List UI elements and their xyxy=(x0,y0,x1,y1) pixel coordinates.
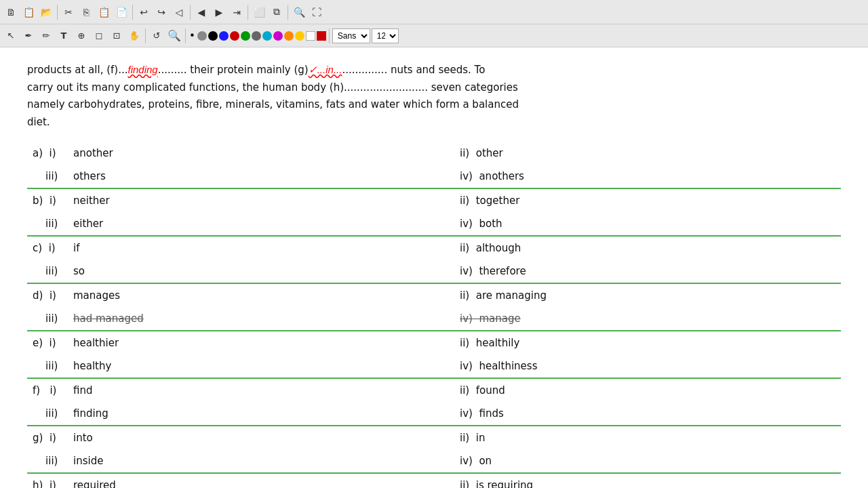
question-g-label: g) i) xyxy=(27,429,68,447)
question-a-group: a) i) another ii) other iii) others iv) … xyxy=(27,142,841,189)
nav-forward-icon[interactable]: ▶ xyxy=(211,4,227,20)
question-b-ii-option: ii) together xyxy=(454,192,841,209)
dot-small-icon[interactable]: • xyxy=(189,30,195,42)
color-magenta-icon[interactable] xyxy=(273,31,283,41)
question-c-iv-option: iv) therefore xyxy=(454,262,841,280)
question-d-ii-option: ii) are managing xyxy=(454,287,841,304)
color-cyan-icon[interactable] xyxy=(262,31,272,41)
toolbar-top: 🗎 📋 📂 ✂ ⎘ 📋 📄 ↩ ↪ ◁ ◀ ▶ ⇥ ⬜ ⧉ 🔍 ⛶ xyxy=(0,0,868,24)
question-a-row1: a) i) another ii) other xyxy=(27,142,841,165)
question-g-row2: iii) inside iv) on xyxy=(27,449,841,472)
pencil-icon[interactable]: ✏ xyxy=(38,28,54,44)
separator xyxy=(248,5,248,20)
question-b-i-option: neither xyxy=(68,192,454,209)
color-yellow-icon[interactable] xyxy=(295,31,304,41)
zoom2-icon[interactable]: 🔍 xyxy=(166,28,182,44)
color-blue-icon[interactable] xyxy=(219,31,229,41)
separator xyxy=(288,5,288,20)
question-d-row2: iii) had managed iv) manage xyxy=(27,307,841,330)
separator xyxy=(132,5,133,20)
select2-icon[interactable]: ⊡ xyxy=(108,28,125,44)
question-c-i-option: if xyxy=(68,239,454,257)
stamp-icon[interactable]: ⊕ xyxy=(73,28,90,44)
question-a-iii-label: iii) xyxy=(27,167,68,185)
question-c-ii-option: ii) although xyxy=(454,239,841,257)
intro-line2: carry out its many complicated functions… xyxy=(27,81,518,94)
question-h-row1: h) i) required ii) is requiring xyxy=(27,474,841,488)
undo-icon[interactable]: ↩ xyxy=(136,4,152,20)
open-icon[interactable]: 📂 xyxy=(38,4,54,20)
question-d-iii-option: had managed xyxy=(68,310,454,327)
question-f-label: f) i) xyxy=(27,382,68,399)
separator xyxy=(190,5,191,20)
question-f-row2: iii) finding iv) finds xyxy=(27,402,841,425)
color-red2-icon[interactable] xyxy=(317,31,326,41)
question-b-label: b) i) xyxy=(27,192,68,209)
tile-icon[interactable]: ⧉ xyxy=(269,4,285,20)
zoom-icon[interactable]: 🔍 xyxy=(291,4,307,20)
intro-line1: products at all, (f)...finding......... … xyxy=(27,64,485,76)
question-f-iv-option: iv) finds xyxy=(454,405,841,422)
question-a-iv-option: iv) anothers xyxy=(454,167,841,185)
handwriting-in: ✓...in... xyxy=(309,64,342,75)
copy-icon[interactable]: ⎘ xyxy=(78,4,94,20)
back-icon[interactable]: ◁ xyxy=(171,4,187,20)
separator xyxy=(145,28,146,43)
question-c-label: c) i) xyxy=(27,239,68,257)
minimize-icon[interactable]: ⬜ xyxy=(251,4,267,20)
color-white-icon[interactable] xyxy=(306,31,315,41)
question-e-iii-label: iii) xyxy=(27,357,68,375)
question-c-iii-option: so xyxy=(68,262,454,280)
cut-icon[interactable]: ✂ xyxy=(60,4,77,20)
question-g-iv-option: iv) on xyxy=(454,452,841,470)
lasso-icon[interactable]: ✋ xyxy=(126,28,142,44)
question-f-iii-label: iii) xyxy=(27,405,68,422)
question-b-iv-option: iv) both xyxy=(454,215,841,232)
question-h-group: h) i) required ii) is requiring iii) req… xyxy=(27,474,841,488)
font-size-select[interactable]: 12 xyxy=(372,28,399,43)
toolbar-second: ↖ ✒ ✏ T ⊕ ◻ ⊡ ✋ ↺ 🔍 • Sans 12 xyxy=(0,24,868,47)
question-e-ii-option: ii) healthily xyxy=(454,334,841,352)
open-recent-icon[interactable]: 📋 xyxy=(20,4,37,20)
color-darkgray-icon[interactable] xyxy=(252,31,261,41)
pen-icon[interactable]: ✒ xyxy=(20,28,37,44)
redo-icon[interactable]: ↪ xyxy=(153,4,170,20)
question-g-group: g) i) into ii) in iii) inside iv) on xyxy=(27,426,841,474)
color-gray-icon[interactable] xyxy=(197,31,207,41)
nav-back-icon[interactable]: ◀ xyxy=(193,4,210,20)
question-e-iii-option: healthy xyxy=(68,357,454,375)
question-b-row1: b) i) neither ii) together xyxy=(27,189,841,212)
select-arrow-icon[interactable]: ↖ xyxy=(3,28,19,44)
question-c-iii-label: iii) xyxy=(27,262,68,280)
answer-section: a) i) another ii) other iii) others iv) … xyxy=(27,142,841,488)
question-f-group: f) i) find ii) found iii) finding iv) fi… xyxy=(27,379,841,426)
question-a-iii-option: others xyxy=(68,167,454,185)
question-g-iii-label: iii) xyxy=(27,452,68,470)
color-red-icon[interactable] xyxy=(230,31,239,41)
paste-icon[interactable]: 📋 xyxy=(96,4,112,20)
new-icon[interactable]: 🗎 xyxy=(3,4,19,20)
separator xyxy=(57,5,58,20)
color-black-icon[interactable] xyxy=(208,31,218,41)
question-e-iv-option: iv) healthiness xyxy=(454,357,841,375)
text-icon[interactable]: T xyxy=(56,28,72,44)
question-f-i-option: find xyxy=(68,382,454,399)
question-f-iii-option: finding xyxy=(68,405,454,422)
question-a-row2: iii) others iv) anothers xyxy=(27,165,841,188)
refresh-icon[interactable]: ↺ xyxy=(149,28,165,44)
font-family-select[interactable]: Sans xyxy=(332,28,370,43)
question-c-group: c) i) if ii) although iii) so iv) theref… xyxy=(27,237,841,284)
color-orange-icon[interactable] xyxy=(284,31,294,41)
fullscreen-icon[interactable]: ⛶ xyxy=(309,4,325,20)
question-a-i-option: another xyxy=(68,144,454,162)
export-icon[interactable]: ⇥ xyxy=(229,4,245,20)
intro-line3: namely carbohydrates, proteins, fibre, m… xyxy=(27,98,519,110)
question-c-row1: c) i) if ii) although xyxy=(27,237,841,260)
color-green-icon[interactable] xyxy=(241,31,250,41)
question-d-group: d) i) manages ii) are managing iii) had … xyxy=(27,284,841,331)
question-d-i-option: manages xyxy=(68,287,454,304)
paste2-icon[interactable]: 📄 xyxy=(113,4,130,20)
question-d-label: d) i) xyxy=(27,287,68,304)
shapes-icon[interactable]: ◻ xyxy=(91,28,107,44)
question-e-row1: e) i) healthier ii) healthily xyxy=(27,331,841,354)
